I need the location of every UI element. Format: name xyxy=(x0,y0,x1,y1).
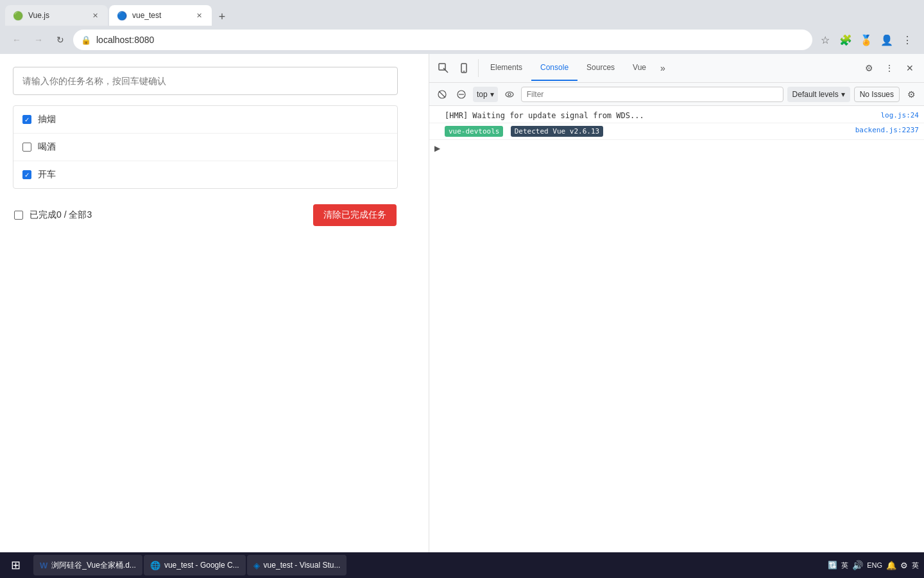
console-top-arrow: ▾ xyxy=(490,90,494,99)
taskbar-word-label: 浏阿硅谷_Vue全家桶.d... xyxy=(51,560,136,571)
rewards-button[interactable]: 🏅 xyxy=(857,31,875,49)
console-message-vue: vue-devtools Detected Vue v2.6.13 xyxy=(445,126,855,137)
taskbar-tray: 🔃 英 🔊 ENG 🔔 ⚙ 英 xyxy=(823,560,924,570)
taskbar-item-chrome[interactable]: 🌐 vue_test - Google C... xyxy=(144,555,246,575)
console-expand-row: ▶ xyxy=(429,140,924,157)
tray-lang-label: ENG xyxy=(867,561,882,569)
svg-point-8 xyxy=(506,92,513,97)
tab-elements[interactable]: Elements xyxy=(481,55,531,81)
tab-vue-test-label: vue_test xyxy=(132,11,189,20)
tab-vuejs-close[interactable]: ✕ xyxy=(90,10,100,21)
console-levels-arrow: ▾ xyxy=(841,90,845,99)
word-icon: W xyxy=(40,561,47,570)
tab-vue-test-close[interactable]: ✕ xyxy=(194,10,204,21)
address-bar[interactable]: 🔒 localhost:8080 xyxy=(73,30,812,50)
tray-ime-icon: 🔃 xyxy=(828,561,837,570)
todo-label-3: 开车 xyxy=(38,169,56,180)
console-ban-button[interactable] xyxy=(454,87,469,102)
tray-ime2: 英 xyxy=(912,561,919,570)
windows-icon: ⊞ xyxy=(11,558,21,572)
console-issues-indicator: No Issues xyxy=(854,87,900,102)
taskbar-item-vscode[interactable]: ◈ vue_test - Visual Stu... xyxy=(247,555,347,575)
todo-footer: 已完成0 / 全部3 清除已完成任务 xyxy=(13,199,398,231)
tab-vue[interactable]: Vue xyxy=(624,55,655,81)
svg-point-9 xyxy=(508,93,511,96)
address-bar-row: ← → ↻ 🔒 localhost:8080 ☆ 🧩 🏅 👤 ⋮ xyxy=(0,26,924,54)
todo-summary: 已完成0 / 全部3 xyxy=(30,209,92,221)
todo-input[interactable] xyxy=(22,76,388,86)
todo-list: 抽烟 喝酒 开车 xyxy=(13,105,398,189)
tab-vue-test-favicon: 🔵 xyxy=(117,11,127,21)
extensions-button[interactable]: 🧩 xyxy=(837,31,855,49)
tab-vuejs-favicon: 🟢 xyxy=(13,11,23,21)
console-settings-button[interactable]: ⚙ xyxy=(903,87,919,102)
account-button[interactable]: 👤 xyxy=(878,31,896,49)
tab-console[interactable]: Console xyxy=(531,55,578,81)
tab-sources[interactable]: Sources xyxy=(578,55,624,81)
menu-button[interactable]: ⋮ xyxy=(898,31,916,49)
console-toolbar: top ▾ Default levels ▾ No Issues ⚙ xyxy=(429,83,924,106)
browser-window: 🟢 Vue.js ✕ 🔵 vue_test ✕ + ← → ↻ 🔒 localh… xyxy=(0,0,924,552)
select-all-checkbox[interactable] xyxy=(14,211,23,220)
expand-arrow-icon[interactable]: ▶ xyxy=(434,144,440,153)
taskbar-vscode-label: vue_test - Visual Stu... xyxy=(264,561,341,570)
start-button[interactable]: ⊞ xyxy=(0,552,31,578)
console-filter-input[interactable] xyxy=(521,87,783,102)
console-eye-button[interactable] xyxy=(502,87,517,102)
devtools-settings-button[interactable]: ⚙ xyxy=(860,59,878,77)
console-top-label: top xyxy=(477,90,488,99)
tray-settings-icon[interactable]: ⚙ xyxy=(900,561,908,570)
todo-input-wrapper[interactable] xyxy=(13,67,398,95)
vscode-icon: ◈ xyxy=(253,561,260,570)
todo-checkbox-3[interactable] xyxy=(22,170,31,179)
taskbar: ⊞ W 浏阿硅谷_Vue全家桶.d... 🌐 vue_test - Google… xyxy=(0,552,924,578)
todo-footer-left: 已完成0 / 全部3 xyxy=(14,209,92,221)
clear-completed-button[interactable]: 清除已完成任务 xyxy=(313,204,397,226)
todo-label-2: 喝酒 xyxy=(38,141,56,153)
svg-line-5 xyxy=(439,91,445,98)
taskbar-item-word[interactable]: W 浏阿硅谷_Vue全家桶.d... xyxy=(33,555,142,575)
chrome-icon: 🌐 xyxy=(150,561,160,570)
console-link-hmr[interactable]: log.js:24 xyxy=(880,111,919,119)
console-levels-label: Default levels xyxy=(792,90,839,99)
new-tab-button[interactable]: + xyxy=(213,8,231,26)
list-item: 喝酒 xyxy=(13,134,397,161)
star-button[interactable]: ☆ xyxy=(816,31,834,49)
address-text: localhost:8080 xyxy=(96,35,805,45)
list-item: 开车 xyxy=(13,161,397,188)
devtools-panel: Elements Console Sources Vue » ⚙ ⋮ xyxy=(429,54,924,552)
tray-notification-icon[interactable]: 🔔 xyxy=(886,561,896,570)
taskbar-items: W 浏阿硅谷_Vue全家桶.d... 🌐 vue_test - Google C… xyxy=(31,555,823,575)
forward-button[interactable]: → xyxy=(30,31,47,49)
console-row-hmr: [HMR] Waiting for update signal from WDS… xyxy=(429,109,924,123)
console-levels-selector[interactable]: Default levels ▾ xyxy=(787,87,850,102)
tab-vue-test[interactable]: 🔵 vue_test ✕ xyxy=(109,5,212,26)
taskbar-chrome-label: vue_test - Google C... xyxy=(164,561,239,570)
inspect-element-button[interactable] xyxy=(434,59,452,77)
todo-checkbox-1[interactable] xyxy=(22,115,31,124)
console-row-vue-devtools: vue-devtools Detected Vue v2.6.13 backen… xyxy=(429,123,924,140)
browser-actions: ☆ 🧩 🏅 👤 ⋮ xyxy=(816,31,916,49)
devtools-more-button[interactable]: ⋮ xyxy=(880,59,898,77)
page-area: 抽烟 喝酒 开车 xyxy=(0,54,429,552)
console-top-selector[interactable]: top ▾ xyxy=(473,87,498,102)
tray-ime-label: 英 xyxy=(841,561,848,570)
todo-checkbox-2[interactable] xyxy=(22,143,31,152)
main-content: 抽烟 喝酒 开车 xyxy=(0,54,924,552)
tab-vuejs[interactable]: 🟢 Vue.js ✕ xyxy=(5,5,108,26)
devtools-right-actions: ⚙ ⋮ ✕ xyxy=(855,59,924,77)
console-link-vue[interactable]: backend.js:2237 xyxy=(855,126,919,134)
tab-bar: 🟢 Vue.js ✕ 🔵 vue_test ✕ + xyxy=(0,0,924,26)
back-button[interactable]: ← xyxy=(8,31,26,49)
console-clear-button[interactable] xyxy=(434,87,450,102)
todo-app: 抽烟 喝酒 开车 xyxy=(13,67,398,231)
devtools-close-button[interactable]: ✕ xyxy=(901,59,919,77)
vue-detected-badge: Detected Vue v2.6.13 xyxy=(511,126,603,137)
more-tabs-button[interactable]: » xyxy=(655,58,671,78)
tray-volume-icon[interactable]: 🔊 xyxy=(852,560,863,570)
refresh-button[interactable]: ↻ xyxy=(51,31,69,49)
device-mode-button[interactable] xyxy=(455,59,473,77)
lock-icon: 🔒 xyxy=(81,35,91,45)
vue-devtools-badge: vue-devtools xyxy=(445,126,503,137)
devtools-icon-bar xyxy=(429,59,479,77)
